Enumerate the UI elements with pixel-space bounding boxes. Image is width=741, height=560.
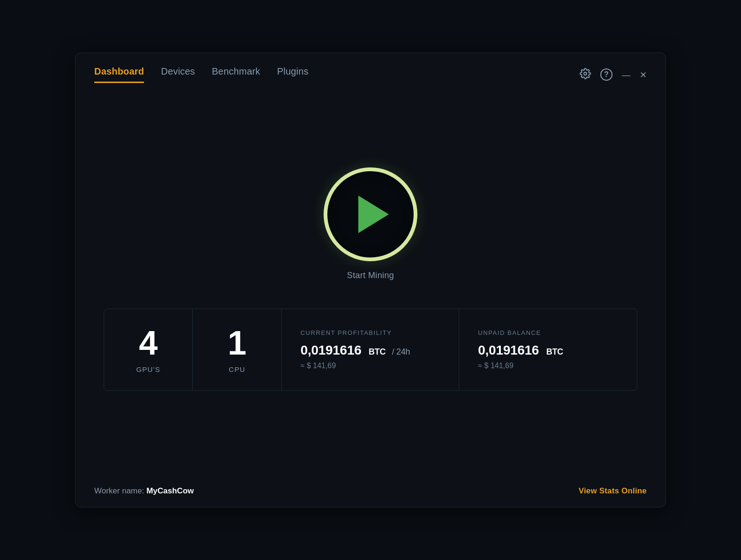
cpu-count: 1	[227, 326, 246, 360]
main-content: Start Mining 4 GPU'S 1 CPU CURRENT PROFI…	[76, 83, 665, 475]
gpus-label: GPU'S	[136, 365, 160, 373]
app-window: Dashboard Devices Benchmark Plugins	[75, 53, 666, 507]
tab-benchmark[interactable]: Benchmark	[212, 66, 260, 83]
profitability-value: 0,0191616 BTC / 24h	[301, 343, 410, 358]
settings-button[interactable]	[580, 68, 591, 81]
close-button[interactable]: ✕	[640, 69, 647, 80]
cpu-label: CPU	[229, 365, 245, 373]
profitability-btc-value: 0,0191616	[301, 343, 362, 357]
minimize-button[interactable]: —	[622, 69, 630, 80]
play-icon	[358, 196, 389, 233]
close-icon: ✕	[640, 70, 647, 80]
help-icon: ?	[604, 71, 609, 78]
unpaid-title: UNPAID BALANCE	[478, 329, 541, 336]
profitability-usd: ≈ $ 141,69	[301, 362, 336, 370]
worker-prefix: Worker name:	[94, 486, 146, 495]
minimize-icon: —	[622, 70, 630, 80]
start-mining-button[interactable]	[324, 167, 417, 261]
unpaid-usd: ≈ $ 141,69	[478, 362, 514, 370]
gear-icon	[580, 68, 591, 79]
unpaid-value: 0,0191616 BTC	[478, 343, 563, 358]
tab-plugins[interactable]: Plugins	[277, 66, 309, 83]
gpus-stat-cell: 4 GPU'S	[104, 309, 193, 390]
start-mining-label: Start Mining	[347, 271, 394, 280]
footer: Worker name: MyCashCow View Stats Online	[76, 475, 665, 507]
help-button[interactable]: ?	[600, 68, 612, 81]
gpus-count: 4	[139, 326, 158, 360]
worker-name-display: Worker name: MyCashCow	[94, 486, 194, 496]
unpaid-btc-value: 0,0191616	[478, 343, 539, 357]
profitability-per-period: / 24h	[392, 347, 410, 356]
svg-point-0	[584, 72, 587, 75]
view-stats-link[interactable]: View Stats Online	[579, 486, 647, 496]
profitability-btc-unit: BTC	[369, 347, 386, 356]
play-button-wrapper: Start Mining	[324, 167, 417, 280]
worker-name-value: MyCashCow	[146, 486, 194, 495]
window-controls: ? — ✕	[580, 68, 647, 81]
unpaid-stat-cell: UNPAID BALANCE 0,0191616 BTC ≈ $ 141,69	[459, 309, 637, 390]
stats-grid: 4 GPU'S 1 CPU CURRENT PROFITABILITY 0,01…	[104, 309, 637, 391]
profitability-stat-cell: CURRENT PROFITABILITY 0,0191616 BTC / 24…	[282, 309, 460, 390]
tab-dashboard[interactable]: Dashboard	[94, 66, 144, 83]
cpu-stat-cell: 1 CPU	[193, 309, 281, 390]
unpaid-btc-unit: BTC	[546, 347, 563, 356]
header: Dashboard Devices Benchmark Plugins	[76, 53, 665, 83]
profitability-title: CURRENT PROFITABILITY	[301, 329, 392, 336]
nav-tabs: Dashboard Devices Benchmark Plugins	[94, 66, 309, 83]
tab-devices[interactable]: Devices	[161, 66, 195, 83]
